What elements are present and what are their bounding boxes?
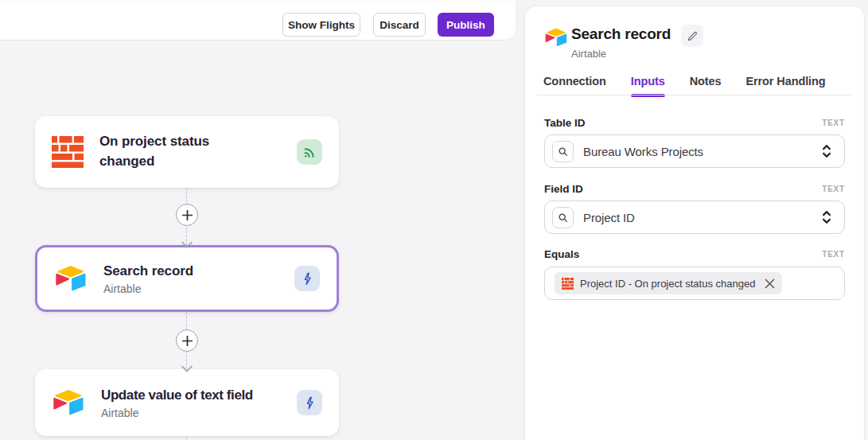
node-subtitle: Airtable bbox=[101, 407, 253, 419]
tab-error-handling[interactable]: Error Handling bbox=[745, 75, 825, 97]
tab-notes[interactable]: Notes bbox=[690, 75, 722, 97]
value-stepper[interactable] bbox=[821, 144, 832, 158]
action-badge bbox=[297, 390, 322, 415]
panel-subtitle: Airtable bbox=[571, 48, 606, 60]
field-id-value: Project ID bbox=[583, 211, 635, 224]
field-label-row: Field ID TEXT bbox=[544, 183, 845, 195]
search-icon-box bbox=[552, 141, 574, 162]
lightning-action-icon bbox=[303, 396, 317, 410]
node-text: Update value of text field Airtable bbox=[101, 386, 253, 419]
node-title: Update value of text field bbox=[101, 386, 253, 406]
workflow-node-trigger[interactable]: On project status changed bbox=[35, 116, 339, 188]
field-id-input[interactable]: Project ID bbox=[544, 201, 845, 234]
action-badge bbox=[294, 266, 320, 291]
discard-button[interactable]: Discard bbox=[373, 13, 426, 37]
variable-chip[interactable]: Project ID - On project status changed bbox=[555, 272, 782, 294]
search-icon-box bbox=[552, 207, 574, 228]
field-type-badge: TEXT bbox=[822, 119, 845, 127]
chip-label: Project ID - On project status changed bbox=[580, 278, 755, 290]
node-text: Search record Airtable bbox=[103, 262, 193, 295]
panel-title: Search record bbox=[571, 25, 671, 43]
add-step-button[interactable] bbox=[176, 329, 198, 352]
airtable-icon bbox=[544, 27, 568, 48]
field-label-equals: Equals bbox=[544, 248, 579, 260]
field-label-table-id: Table ID bbox=[544, 117, 586, 129]
plus-icon bbox=[181, 209, 193, 221]
search-icon bbox=[558, 212, 568, 223]
tabs-divider bbox=[537, 95, 852, 95]
publish-button[interactable]: Publish bbox=[438, 13, 494, 37]
field-type-badge: TEXT bbox=[822, 250, 845, 259]
edit-title-button[interactable] bbox=[681, 25, 703, 47]
equals-input[interactable]: Project ID - On project status changed bbox=[544, 267, 845, 300]
add-step-button[interactable] bbox=[176, 204, 198, 226]
field-label-row: Table ID TEXT bbox=[544, 117, 845, 129]
chevron-up-down-icon bbox=[821, 144, 832, 158]
node-text: On project status changed bbox=[99, 132, 247, 171]
table-id-value: Bureau Works Projects bbox=[583, 145, 703, 158]
field-type-badge: TEXT bbox=[822, 185, 845, 193]
panel-tabs: Connection Inputs Notes Error Handling bbox=[543, 75, 826, 97]
field-label-row: Equals TEXT bbox=[544, 248, 845, 260]
lightning-action-icon bbox=[301, 272, 314, 286]
node-subtitle: Airtable bbox=[103, 282, 193, 295]
airtable-icon bbox=[52, 388, 85, 417]
rss-trigger-icon bbox=[302, 145, 317, 159]
node-title: On project status changed bbox=[99, 132, 247, 171]
workflow-node-update-field[interactable]: Update value of text field Airtable bbox=[35, 369, 339, 436]
node-title: Search record bbox=[103, 262, 193, 282]
brick-wall-icon bbox=[52, 136, 84, 168]
tab-connection[interactable]: Connection bbox=[543, 75, 606, 97]
close-icon bbox=[765, 278, 775, 289]
value-stepper[interactable] bbox=[821, 210, 832, 224]
chip-remove-button[interactable] bbox=[765, 278, 775, 289]
chevron-up-down-icon bbox=[821, 210, 832, 224]
show-flights-button[interactable]: Show Flights bbox=[282, 13, 360, 37]
field-label-field-id: Field ID bbox=[544, 183, 583, 195]
connector-line bbox=[186, 436, 187, 440]
tab-inputs[interactable]: Inputs bbox=[631, 75, 665, 97]
arrow-down-icon bbox=[181, 237, 193, 251]
arrow-down-icon bbox=[181, 361, 193, 376]
workflow-canvas: On project status changed Search record … bbox=[0, 41, 516, 440]
top-toolbar: Show Flights Discard Publish bbox=[0, 0, 516, 41]
plus-icon bbox=[181, 335, 193, 347]
step-config-panel: Search record Airtable Connection Inputs… bbox=[525, 6, 864, 440]
table-id-input[interactable]: Bureau Works Projects bbox=[544, 134, 845, 168]
trigger-badge bbox=[297, 139, 322, 165]
search-icon bbox=[558, 146, 568, 157]
airtable-icon bbox=[54, 264, 88, 293]
brick-wall-icon bbox=[562, 278, 574, 290]
workflow-node-search-record[interactable]: Search record Airtable bbox=[35, 245, 339, 312]
pencil-icon bbox=[687, 30, 699, 42]
